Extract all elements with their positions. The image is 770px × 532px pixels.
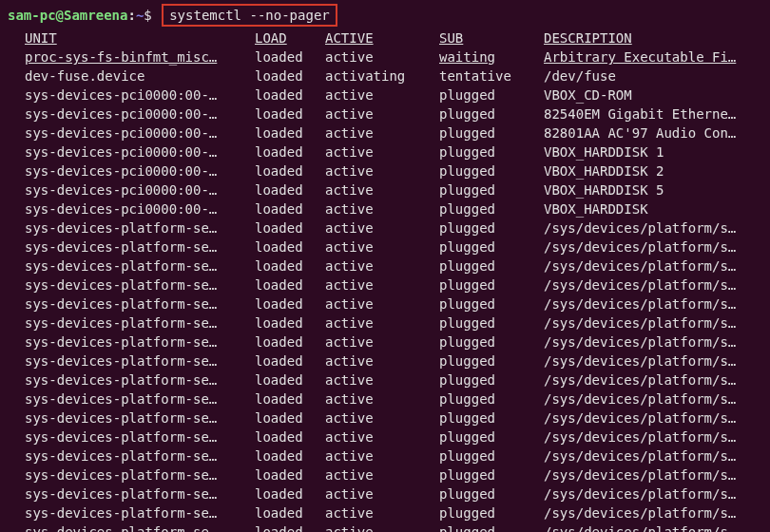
- cell-description: /dev/fuse: [544, 66, 745, 86]
- cell-sub: plugged: [439, 428, 544, 446]
- cell-load: loaded: [255, 352, 325, 370]
- cell-load: loaded: [255, 256, 325, 276]
- cell-unit: sys-devices-platform-se…: [25, 218, 255, 238]
- header-load: LOAD: [255, 28, 325, 48]
- cell-load: loaded: [255, 332, 325, 352]
- table-row: sys-devices-pci0000:00-…loadedactiveplug…: [25, 86, 745, 104]
- table-row: sys-devices-platform-se…loadedactiveplug…: [25, 370, 745, 390]
- cell-unit: sys-devices-platform-se…: [25, 428, 255, 446]
- cell-active: active: [325, 48, 439, 66]
- table-row: sys-devices-platform-se…loadedactiveplug…: [25, 428, 745, 446]
- table-header-row: UNIT LOAD ACTIVE SUB DESCRIPTION: [25, 28, 745, 48]
- cell-sub: plugged: [439, 200, 544, 218]
- cell-unit: sys-devices-pci0000:00-…: [25, 104, 255, 124]
- cell-sub: plugged: [439, 238, 544, 256]
- cell-load: loaded: [255, 370, 325, 390]
- table-row: sys-devices-platform-se…loadedactiveplug…: [25, 504, 745, 522]
- cell-load: loaded: [255, 276, 325, 294]
- cell-description: /sys/devices/platform/s…: [544, 466, 745, 484]
- cell-load: loaded: [255, 294, 325, 314]
- cell-active: active: [325, 162, 439, 180]
- cell-description: /sys/devices/platform/s…: [544, 276, 745, 294]
- table-row: sys-devices-platform-se…loadedactiveplug…: [25, 446, 745, 466]
- cell-sub: plugged: [439, 256, 544, 276]
- cell-unit: sys-devices-platform-se…: [25, 484, 255, 504]
- table-row: sys-devices-pci0000:00-…loadedactiveplug…: [25, 104, 745, 124]
- prompt-line[interactable]: sam-pc@Samreena:~$ systemctl --no-pager: [8, 4, 762, 27]
- header-unit: UNIT: [25, 28, 255, 48]
- cell-load: loaded: [255, 142, 325, 162]
- table-row: sys-devices-platform-se…loadedactiveplug…: [25, 238, 745, 256]
- cell-unit: sys-devices-platform-se…: [25, 352, 255, 370]
- table-row: sys-devices-pci0000:00-…loadedactiveplug…: [25, 124, 745, 142]
- table-row: sys-devices-platform-se…loadedactiveplug…: [25, 276, 745, 294]
- table-row: sys-devices-platform-se…loadedactiveplug…: [25, 522, 745, 532]
- cell-active: active: [325, 104, 439, 124]
- cell-load: loaded: [255, 86, 325, 104]
- table-row: sys-devices-platform-se…loadedactiveplug…: [25, 484, 745, 504]
- cell-unit: sys-devices-platform-se…: [25, 466, 255, 484]
- cell-sub: plugged: [439, 162, 544, 180]
- cell-active: active: [325, 314, 439, 332]
- cell-load: loaded: [255, 466, 325, 484]
- cell-description: /sys/devices/platform/s…: [544, 428, 745, 446]
- table-row: sys-devices-platform-se…loadedactiveplug…: [25, 352, 745, 370]
- cell-load: loaded: [255, 390, 325, 408]
- table-row: dev-fuse.deviceloadedactivatingtentative…: [25, 66, 745, 86]
- cell-sub: plugged: [439, 294, 544, 314]
- cell-unit: sys-devices-platform-se…: [25, 408, 255, 428]
- cell-description: /sys/devices/platform/s…: [544, 446, 745, 466]
- cell-unit: sys-devices-platform-se…: [25, 276, 255, 294]
- cell-active: activating: [325, 66, 439, 86]
- table-row: sys-devices-platform-se…loadedactiveplug…: [25, 408, 745, 428]
- cell-load: loaded: [255, 522, 325, 532]
- cell-sub: plugged: [439, 314, 544, 332]
- cell-sub: plugged: [439, 86, 544, 104]
- cell-active: active: [325, 352, 439, 370]
- cell-active: active: [325, 142, 439, 162]
- cell-load: loaded: [255, 238, 325, 256]
- cell-unit: proc-sys-fs-binfmt_misc…: [25, 48, 255, 66]
- cell-description: VBOX_HARDDISK: [544, 200, 745, 218]
- cell-active: active: [325, 256, 439, 276]
- cell-active: active: [325, 124, 439, 142]
- cell-active: active: [325, 200, 439, 218]
- cell-load: loaded: [255, 200, 325, 218]
- table-row: sys-devices-platform-se…loadedactiveplug…: [25, 314, 745, 332]
- cell-description: VBOX_CD-ROM: [544, 86, 745, 104]
- table-row: sys-devices-pci0000:00-…loadedactiveplug…: [25, 180, 745, 200]
- cell-sub: plugged: [439, 446, 544, 466]
- cell-active: active: [325, 238, 439, 256]
- command-highlight: systemctl --no-pager: [162, 4, 337, 27]
- cell-unit: sys-devices-platform-se…: [25, 370, 255, 390]
- cell-description: /sys/devices/platform/s…: [544, 256, 745, 276]
- cell-sub: plugged: [439, 484, 544, 504]
- cell-load: loaded: [255, 104, 325, 124]
- prompt-user: sam-pc@Samreena: [8, 8, 127, 23]
- cell-description: /sys/devices/platform/s…: [544, 390, 745, 408]
- cell-description: /sys/devices/platform/s…: [544, 408, 745, 428]
- cell-sub: plugged: [439, 124, 544, 142]
- table-row: sys-devices-platform-se…loadedactiveplug…: [25, 466, 745, 484]
- table-row: sys-devices-pci0000:00-…loadedactiveplug…: [25, 162, 745, 180]
- cell-description: /sys/devices/platform/s…: [544, 218, 745, 238]
- prompt-dollar: $: [144, 8, 151, 23]
- cell-unit: sys-devices-platform-se…: [25, 522, 255, 532]
- cell-active: active: [325, 294, 439, 314]
- cell-active: active: [325, 504, 439, 522]
- cell-load: loaded: [255, 428, 325, 446]
- cell-sub: plugged: [439, 408, 544, 428]
- cell-active: active: [325, 370, 439, 390]
- cell-unit: sys-devices-platform-se…: [25, 238, 255, 256]
- table-row: sys-devices-platform-se…loadedactiveplug…: [25, 218, 745, 238]
- table-row: sys-devices-platform-se…loadedactiveplug…: [25, 256, 745, 276]
- cell-unit: sys-devices-pci0000:00-…: [25, 162, 255, 180]
- cell-description: /sys/devices/platform/s…: [544, 314, 745, 332]
- cell-sub: plugged: [439, 276, 544, 294]
- cell-sub: plugged: [439, 522, 544, 532]
- cell-description: /sys/devices/platform/s…: [544, 352, 745, 370]
- table-row: sys-devices-pci0000:00-…loadedactiveplug…: [25, 142, 745, 162]
- table-row: sys-devices-platform-se…loadedactiveplug…: [25, 390, 745, 408]
- cell-description: VBOX_HARDDISK 2: [544, 162, 745, 180]
- cell-description: Arbitrary Executable Fi…: [544, 48, 745, 66]
